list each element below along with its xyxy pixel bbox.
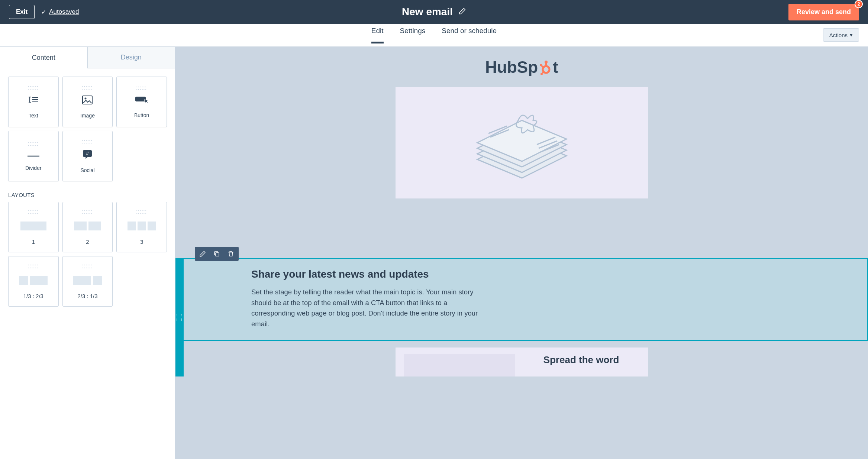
block-label: Image <box>80 113 95 119</box>
envelope-stack-icon <box>462 100 581 185</box>
block-text[interactable]: •••••••••••• Text <box>8 77 59 127</box>
pencil-icon[interactable] <box>459 7 466 16</box>
grip-icon: •••••••••••• <box>28 209 39 214</box>
autosaved-status: ✓ Autosaved <box>41 8 79 16</box>
grip-icon: •••••••••••• <box>28 85 39 90</box>
hubspot-logo: HubSp t <box>485 58 558 77</box>
block-social[interactable]: •••••••••••• # Social <box>62 131 113 181</box>
layout-label: 1 <box>32 239 35 245</box>
selected-heading: Share your latest news and updates <box>251 268 488 280</box>
actions-label: Actions <box>829 32 848 38</box>
selected-text-block[interactable]: Share your latest news and updates Set t… <box>175 258 868 341</box>
grip-dots-icon: ⋮⋮⋮⋮⋮⋮ <box>175 311 184 323</box>
exit-button[interactable]: Exit <box>9 5 35 19</box>
review-and-send-button[interactable]: Review and send 2 <box>788 4 859 20</box>
svg-text:#: # <box>86 151 89 156</box>
layouts-heading: LAYOUTS <box>0 190 175 202</box>
layout-label: 3 <box>140 239 143 245</box>
autosaved-link[interactable]: Autosaved <box>49 8 79 16</box>
grip-icon: •••••••••••• <box>28 141 39 146</box>
drag-handle[interactable]: ⋮⋮⋮⋮⋮⋮ <box>175 258 184 376</box>
topbar: Exit ✓ Autosaved New email Review and se… <box>0 0 868 24</box>
divider-icon <box>28 152 39 158</box>
nav-bar: Edit Settings Send or schedule Actions ▾ <box>0 24 868 47</box>
block-label: Divider <box>25 165 42 171</box>
layout-3-col[interactable]: •••••••••••• 3 <box>116 202 167 252</box>
hero-image-placeholder[interactable] <box>396 87 648 198</box>
svg-point-1 <box>85 98 87 100</box>
block-image[interactable]: •••••••••••• Image <box>62 77 113 127</box>
block-button[interactable]: •••••••••••• Button <box>116 77 167 127</box>
block-label: Button <box>134 112 149 118</box>
block-toolbar <box>195 247 239 261</box>
selected-block-wrap: ⋮⋮⋮⋮⋮⋮ Share your latest news and update… <box>175 258 868 376</box>
grip-icon: •••••••••••• <box>136 85 147 91</box>
check-icon: ✓ <box>41 9 46 16</box>
sprocket-icon <box>539 60 552 75</box>
edit-block-button[interactable] <box>198 249 207 259</box>
layout-label: 2/3 : 1/3 <box>77 293 97 299</box>
grip-icon: •••••••••••• <box>82 85 93 90</box>
layout-2-col[interactable]: •••••••••••• 2 <box>62 202 113 252</box>
main: Content Design •••••••••••• Text •••••••… <box>0 47 868 459</box>
page-title: New email <box>402 6 453 18</box>
clone-block-button[interactable] <box>212 249 222 259</box>
review-badge: 2 <box>855 0 863 8</box>
grip-icon: •••••••••••• <box>82 139 93 144</box>
svg-point-7 <box>545 61 548 64</box>
svg-line-10 <box>542 66 544 68</box>
email-canvas[interactable]: HubSp t <box>175 47 868 459</box>
page-title-wrap: New email <box>402 6 466 18</box>
layout-label: 1/3 : 2/3 <box>23 293 43 299</box>
text-icon <box>28 96 39 106</box>
review-label: Review and send <box>797 8 851 16</box>
svg-rect-0 <box>83 96 92 104</box>
layout-1-3-2-3[interactable]: •••••••••••• 1/3 : 2/3 <box>8 256 59 307</box>
grip-icon: •••••••••••• <box>82 209 93 214</box>
logo-text-2: t <box>553 58 558 77</box>
button-icon <box>135 96 148 106</box>
grip-icon: •••••••••••• <box>28 264 39 269</box>
block-divider[interactable]: •••••••••••• Divider <box>8 131 59 181</box>
image-icon <box>82 96 93 106</box>
svg-rect-18 <box>216 253 219 256</box>
svg-rect-2 <box>135 97 146 101</box>
spread-row[interactable]: Spread the word <box>396 348 648 376</box>
caret-down-icon: ▾ <box>850 32 853 38</box>
sidebar-tab-design[interactable]: Design <box>87 47 175 68</box>
layout-1-col[interactable]: •••••••••••• 1 <box>8 202 59 252</box>
tab-settings[interactable]: Settings <box>400 27 426 43</box>
spread-heading: Spread the word <box>523 354 640 366</box>
spread-image-placeholder[interactable] <box>404 354 515 376</box>
email-body[interactable] <box>396 87 648 198</box>
block-label: Text <box>29 113 38 119</box>
grip-icon: •••••••••••• <box>136 209 147 214</box>
tab-send-or-schedule[interactable]: Send or schedule <box>442 27 497 43</box>
layout-label: 2 <box>86 239 89 245</box>
delete-block-button[interactable] <box>226 249 236 259</box>
layout-2-3-1-3[interactable]: •••••••••••• 2/3 : 1/3 <box>62 256 113 307</box>
sidebar: Content Design •••••••••••• Text •••••••… <box>0 47 175 459</box>
actions-dropdown[interactable]: Actions ▾ <box>823 28 859 42</box>
svg-line-12 <box>542 72 544 73</box>
sidebar-tab-content[interactable]: Content <box>0 47 87 68</box>
block-label: Social <box>80 167 94 173</box>
tab-edit[interactable]: Edit <box>371 27 384 43</box>
social-icon: # <box>82 149 93 161</box>
selected-body: Set the stage by telling the reader what… <box>251 287 488 330</box>
grip-icon: •••••••••••• <box>82 264 93 269</box>
logo-text-1: HubSp <box>485 58 538 77</box>
